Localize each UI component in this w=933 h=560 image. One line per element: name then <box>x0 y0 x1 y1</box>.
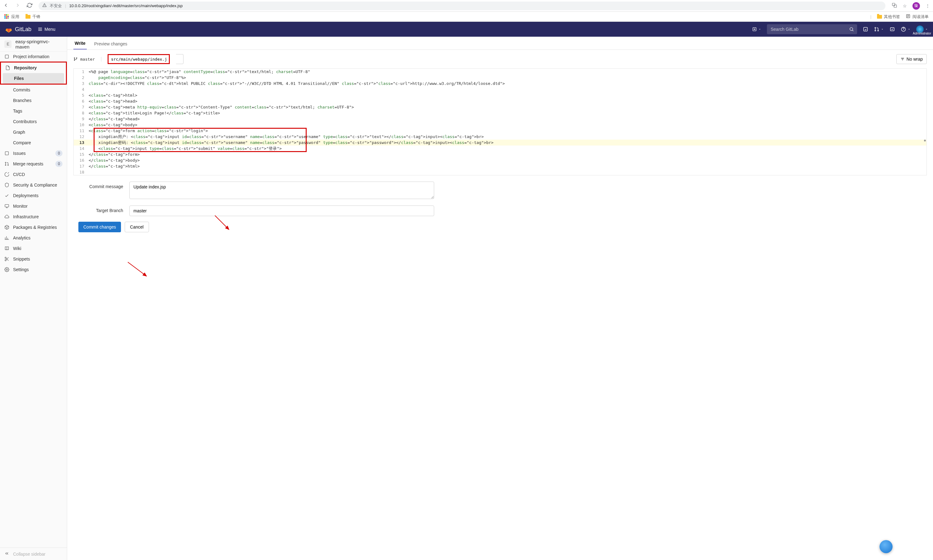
sidebar-label: Settings <box>13 267 29 272</box>
code-line[interactable]: 1<%@ page language=class="c-str">"java" … <box>74 69 927 75</box>
sidebar-item-snippets[interactable]: Snippets <box>0 254 67 264</box>
repository-icon <box>5 65 10 70</box>
reading-list-label: 阅读清单 <box>913 14 928 20</box>
code-line[interactable]: 7<class="c-tag">meta http-equiv=class="c… <box>74 104 927 110</box>
bookmark-folder-qf[interactable]: 千锋 <box>26 14 40 20</box>
book-icon <box>5 246 9 251</box>
floating-action-button[interactable] <box>879 540 893 553</box>
search-box[interactable] <box>767 24 857 34</box>
code-line[interactable]: 16</class="c-tag">body> <box>74 157 927 163</box>
code-line[interactable]: 5<class="c-tag">html> <box>74 92 927 98</box>
commit-message-label: Commit message <box>73 182 129 189</box>
code-line[interactable]: 3class="c-dir"><!DOCTYPE class="c-dt">ht… <box>74 80 927 86</box>
sidebar-item-branches[interactable]: Branches <box>0 95 67 106</box>
code-line[interactable]: 12 xingdian用户: <class="c-tag">input id=c… <box>74 134 927 140</box>
merge-requests-icon[interactable] <box>874 26 884 32</box>
browser-nav-buttons <box>3 3 32 9</box>
kebab-menu-icon[interactable]: ⋮ <box>925 3 930 8</box>
sidebar-item-graph[interactable]: Graph <box>0 127 67 137</box>
branch-selector[interactable]: master <box>73 57 102 62</box>
editor-scrollbar[interactable] <box>923 69 927 149</box>
project-header[interactable]: E easy-springmvc-maven <box>0 37 67 52</box>
collapse-sidebar[interactable]: Collapse sidebar <box>0 548 67 560</box>
sidebar-item-wiki[interactable]: Wiki <box>0 243 67 254</box>
svg-point-22 <box>76 57 77 58</box>
target-branch-label: Target Branch <box>73 206 129 213</box>
nowrap-button[interactable]: No wrap <box>896 54 927 64</box>
other-bookmarks-label: 其他书签 <box>884 14 900 20</box>
code-editor[interactable]: 1<%@ page language=class="c-str">"java" … <box>73 68 927 175</box>
profile-avatar[interactable]: 璇 <box>913 2 920 10</box>
commit-changes-button[interactable]: Commit changes <box>79 222 121 232</box>
back-icon[interactable] <box>3 3 9 9</box>
sidebar-item-infrastructure[interactable]: Infrastructure <box>0 211 67 222</box>
svg-point-18 <box>5 260 6 261</box>
reload-icon[interactable] <box>27 3 32 9</box>
sidebar-item-commits[interactable]: Commits <box>0 85 67 95</box>
target-branch-input[interactable] <box>129 206 434 216</box>
other-bookmarks[interactable]: 其他书签 <box>877 14 900 20</box>
svg-point-8 <box>878 30 879 31</box>
address-bar[interactable]: 不安全 | 10.0.0.20/root/xingdian/-/edit/mas… <box>38 2 885 10</box>
tab-preview[interactable]: Preview changes <box>93 42 129 49</box>
apps-shortcut[interactable]: 应用 <box>5 14 19 20</box>
sidebar-label: Repository <box>14 65 37 70</box>
code-line[interactable]: 13 xingdian密码: <class="c-tag">input id=c… <box>74 140 927 146</box>
sidebar-item-merge[interactable]: Merge requests 0 <box>0 158 67 169</box>
sidebar-item-monitor[interactable]: Monitor <box>0 201 67 211</box>
translate-icon[interactable] <box>891 3 897 9</box>
code-line[interactable]: 14 <class="c-tag">input type=class="c-st… <box>74 146 927 151</box>
commit-message-input[interactable] <box>129 182 434 199</box>
forward-icon[interactable] <box>15 3 20 9</box>
user-menu[interactable]: Administrator <box>916 26 928 33</box>
browser-right-icons: ☆ 璇 ⋮ <box>891 2 930 10</box>
plus-dropdown[interactable] <box>752 27 761 32</box>
tab-write[interactable]: Write <box>73 41 87 49</box>
star-icon[interactable]: ☆ <box>903 3 907 8</box>
code-line[interactable]: 6<class="c-tag">head> <box>74 98 927 104</box>
search-input[interactable] <box>767 24 857 34</box>
merge-icon <box>5 162 9 166</box>
security-warning-icon <box>42 3 47 8</box>
sidebar-item-repository[interactable]: Repository <box>1 63 66 73</box>
reading-list[interactable]: 阅读清单 <box>905 14 928 20</box>
issues-icon[interactable] <box>863 26 868 32</box>
sidebar-item-files[interactable]: Files <box>3 73 64 84</box>
code-line[interactable]: 15</class="c-tag">form> <box>74 151 927 157</box>
sidebar-item-deployments[interactable]: Deployments <box>0 190 67 201</box>
sidebar-item-issues[interactable]: Issues 0 <box>0 148 67 158</box>
sidebar-label: Analytics <box>13 235 31 240</box>
menu-button[interactable]: Menu <box>38 27 55 32</box>
code-line[interactable]: 11<class="c-tag">form action=class="c-st… <box>74 128 927 134</box>
sidebar-item-analytics[interactable]: Analytics <box>0 232 67 243</box>
todos-icon[interactable] <box>890 26 895 32</box>
sidebar-item-cicd[interactable]: CI/CD <box>0 169 67 180</box>
help-icon[interactable] <box>901 26 911 32</box>
template-dropdown[interactable] <box>176 54 183 64</box>
sidebar-label: Infrastructure <box>13 214 38 219</box>
svg-point-13 <box>5 162 6 163</box>
gitlab-logo[interactable]: GitLab <box>5 26 31 33</box>
code-line[interactable]: 4 <box>74 86 927 92</box>
code-line[interactable]: 10<class="c-tag">body> <box>74 122 927 128</box>
code-line[interactable]: 17</class="c-tag">html> <box>74 163 927 169</box>
cancel-button[interactable]: Cancel <box>125 222 149 232</box>
sidebar-item-compare[interactable]: Compare <box>0 137 67 148</box>
package-icon <box>5 225 9 230</box>
sidebar-item-contributors[interactable]: Contributors <box>0 116 67 127</box>
sidebar-item-project-info[interactable]: Project information <box>0 52 67 62</box>
issues-icon <box>5 151 9 156</box>
code-line[interactable]: 8<class="c-tag">title>Login Page!</class… <box>74 110 927 116</box>
sidebar-item-security[interactable]: Security & Compliance <box>0 180 67 190</box>
sidebar-label: Wiki <box>13 246 21 251</box>
sidebar-item-settings[interactable]: Settings <box>0 264 67 275</box>
filepath-input[interactable] <box>108 54 170 64</box>
menu-label: Menu <box>45 27 55 32</box>
svg-point-20 <box>74 57 75 58</box>
sidebar-item-tags[interactable]: Tags <box>0 106 67 116</box>
code-line[interactable]: 9</class="c-tag">head> <box>74 116 927 122</box>
code-line[interactable]: 18 <box>74 169 927 175</box>
sidebar-item-packages[interactable]: Packages & Registries <box>0 222 67 232</box>
code-line[interactable]: 2 pageEncoding=class="c-str">"UTF-8"%> <box>74 75 927 80</box>
sidebar-label: Snippets <box>13 257 30 262</box>
